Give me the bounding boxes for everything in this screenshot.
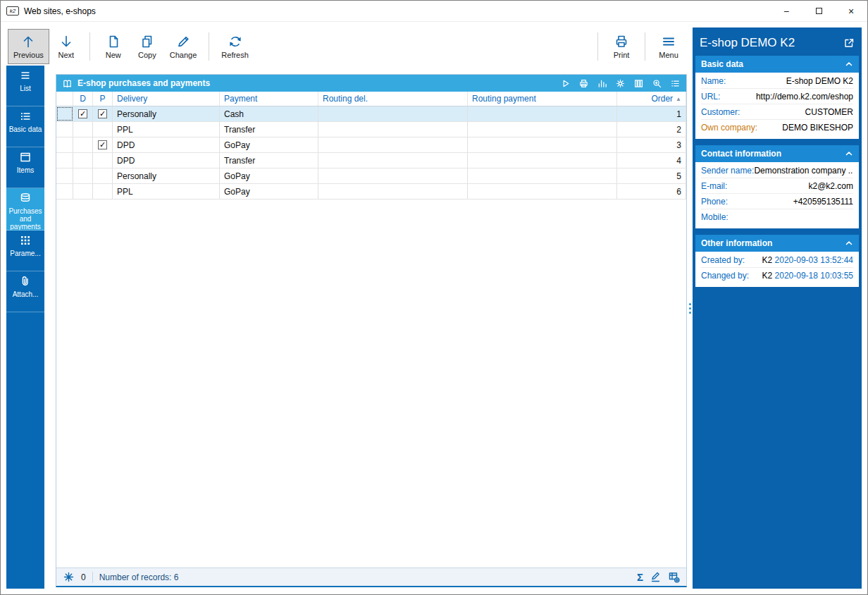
change-button[interactable]: Change <box>164 29 203 64</box>
chart-icon[interactable] <box>597 78 607 89</box>
previous-button[interactable]: Previous <box>8 29 49 64</box>
maximize-button[interactable] <box>802 1 835 21</box>
run-icon[interactable] <box>560 78 571 89</box>
header-routing-payment[interactable]: Routing payment <box>468 92 617 106</box>
table-row[interactable]: PersonallyGoPay5 <box>56 168 686 184</box>
cell-routing-payment[interactable] <box>468 168 617 183</box>
cell-p[interactable] <box>93 184 113 199</box>
table-row[interactable]: DPDTransfer4 <box>56 153 686 168</box>
cell-p[interactable] <box>93 168 113 183</box>
cell-p[interactable] <box>93 153 113 168</box>
print-label: Print <box>614 51 630 59</box>
toolbar-separator <box>645 32 645 61</box>
row-selector[interactable] <box>56 184 73 199</box>
cell-payment[interactable]: GoPay <box>220 137 318 152</box>
panel-splitter[interactable] <box>687 27 693 589</box>
section-title: Contact information <box>701 149 781 159</box>
cell-d[interactable] <box>73 184 93 199</box>
header-order[interactable]: Order ▲ <box>617 92 686 106</box>
sidebar-item-basic-data[interactable]: Basic data <box>6 106 44 147</box>
cell-p[interactable]: ✓ <box>93 106 113 121</box>
header-payment[interactable]: Payment <box>220 92 318 106</box>
row-selector[interactable] <box>56 168 73 183</box>
cell-d[interactable] <box>73 122 93 137</box>
cell-order[interactable]: 3 <box>617 137 686 152</box>
cell-routing-payment[interactable] <box>468 153 617 168</box>
section-other-information-header[interactable]: Other information <box>695 235 859 252</box>
cell-routing-payment[interactable] <box>468 184 617 199</box>
sidebar-item-parameters[interactable]: Parame... <box>6 231 44 271</box>
header-routing-del[interactable]: Routing del. <box>318 92 468 106</box>
search-plus-icon[interactable] <box>652 78 662 89</box>
minimize-button[interactable]: − <box>770 1 802 21</box>
cell-order[interactable]: 6 <box>617 184 686 199</box>
section-basic-data-header[interactable]: Basic data <box>695 56 859 73</box>
settings-search-icon[interactable] <box>615 78 626 89</box>
cell-order[interactable]: 1 <box>617 106 686 121</box>
print-icon[interactable] <box>578 78 589 89</box>
cell-d[interactable] <box>73 168 93 183</box>
cell-routing-del[interactable] <box>318 168 468 183</box>
menu-button[interactable]: Menu <box>652 29 686 64</box>
close-button[interactable]: × <box>835 1 867 21</box>
cell-d[interactable] <box>73 153 93 168</box>
cell-delivery[interactable]: Personally <box>113 168 220 183</box>
copy-button[interactable]: Copy <box>130 29 164 64</box>
cell-routing-del[interactable] <box>318 153 468 168</box>
new-button[interactable]: New <box>97 29 130 64</box>
add-table-icon[interactable] <box>668 571 680 583</box>
header-delivery[interactable]: Delivery <box>113 92 220 106</box>
header-d[interactable]: D <box>73 92 93 106</box>
columns-icon[interactable] <box>633 78 644 89</box>
row-selector[interactable] <box>56 122 73 137</box>
header-p[interactable]: P <box>93 92 113 106</box>
print-button[interactable]: Print <box>604 29 638 64</box>
refresh-button[interactable]: Refresh <box>216 29 254 64</box>
cell-routing-del[interactable] <box>318 106 468 121</box>
sidebar-item-items[interactable]: Items <box>6 147 44 188</box>
cell-routing-payment[interactable] <box>468 137 617 152</box>
cell-p[interactable] <box>93 122 113 137</box>
cell-routing-del[interactable] <box>318 122 468 137</box>
cell-delivery[interactable]: PPL <box>113 122 220 137</box>
chevron-up-icon <box>845 149 853 158</box>
table-row[interactable]: ✓✓PersonallyCash1 <box>56 106 686 122</box>
cell-order[interactable]: 2 <box>617 122 686 137</box>
cell-routing-payment[interactable] <box>468 106 617 121</box>
table-row[interactable]: PPLTransfer2 <box>56 122 686 137</box>
row-selector[interactable] <box>56 153 73 168</box>
cell-delivery[interactable]: DPD <box>113 153 220 168</box>
change-label: Change <box>170 51 197 59</box>
cell-order[interactable]: 5 <box>617 168 686 183</box>
cell-payment[interactable]: GoPay <box>220 168 318 183</box>
table-header-row: D P Delivery Payment Routing del. Routin… <box>56 92 686 106</box>
sidebar-item-attachments[interactable]: Attach... <box>6 271 44 312</box>
external-link-icon[interactable] <box>843 37 855 49</box>
cell-order[interactable]: 4 <box>617 153 686 168</box>
field-timestamp: 2020-09-18 10:03:55 <box>775 271 853 281</box>
table-row[interactable]: PPLGoPay6 <box>56 184 686 200</box>
edit-icon[interactable] <box>650 571 662 583</box>
sum-icon[interactable]: Σ <box>637 572 643 582</box>
grid-menu-icon[interactable] <box>670 78 681 89</box>
next-button[interactable]: Next <box>49 29 83 64</box>
cell-d[interactable]: ✓ <box>73 106 93 121</box>
cell-routing-del[interactable] <box>318 184 468 199</box>
row-selector[interactable] <box>56 137 73 152</box>
cell-delivery[interactable]: Personally <box>113 106 220 121</box>
cell-d[interactable] <box>73 137 93 152</box>
cell-delivery[interactable]: PPL <box>113 184 220 199</box>
sidebar-item-list[interactable]: List <box>6 66 44 106</box>
cell-routing-payment[interactable] <box>468 122 617 137</box>
cell-p[interactable]: ✓ <box>93 137 113 152</box>
cell-payment[interactable]: Cash <box>220 106 318 121</box>
cell-payment[interactable]: Transfer <box>220 122 318 137</box>
table-row[interactable]: ✓DPDGoPay3 <box>56 137 686 153</box>
cell-payment[interactable]: GoPay <box>220 184 318 199</box>
cell-delivery[interactable]: DPD <box>113 137 220 152</box>
row-selector[interactable] <box>56 106 73 121</box>
section-contact-information-header[interactable]: Contact information <box>695 145 859 162</box>
cell-payment[interactable]: Transfer <box>220 153 318 168</box>
cell-routing-del[interactable] <box>318 137 468 152</box>
sidebar-item-purchases-and-payments[interactable]: Purchases and payments <box>6 188 44 231</box>
